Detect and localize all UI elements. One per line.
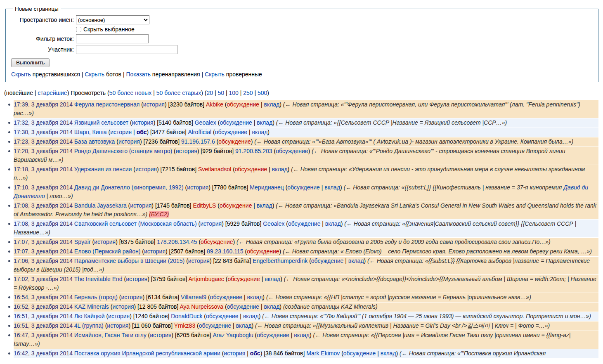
user-link[interactable]: Svetlanadsol (198, 166, 231, 173)
page-title-link[interactable]: KAZ Minerals (74, 303, 109, 310)
submit-button[interactable]: Выполнить (11, 58, 50, 67)
user-link[interactable]: 91.196.157.6 (181, 138, 215, 145)
talk-link[interactable]: обсуждение (287, 184, 319, 191)
page-title-link[interactable]: Ферула перистонервная (74, 101, 140, 108)
user-link[interactable]: Yrnkz83 (174, 322, 195, 329)
talk-link[interactable]: обсуждение (288, 220, 320, 227)
contribs-link[interactable]: вклад (324, 184, 340, 191)
page-title-link[interactable]: Поставка оружия Ирландской республиканск… (74, 350, 220, 357)
page-title-link[interactable]: Парламентские выборы в Швеции (2015) (74, 258, 184, 264)
nav-link[interactable]: 50 более новых (109, 90, 152, 96)
history-link[interactable]: история (200, 220, 222, 227)
talk-link[interactable]: обсуждение (220, 202, 252, 209)
talk-link[interactable]: обсуждение (206, 313, 238, 319)
nav-link[interactable]: 250 (243, 90, 253, 96)
contribs-link[interactable]: вклад (252, 129, 268, 135)
history-link[interactable]: история (110, 129, 132, 135)
contribs-link[interactable]: вклад (381, 350, 396, 357)
page-title-link[interactable]: Рондо Дашиньскего (станция метро) (74, 148, 172, 154)
page-title-link[interactable]: Удержания из пенсии (74, 166, 132, 173)
user-link[interactable]: 91.200.65.203 (235, 148, 272, 154)
contribs-link[interactable]: вклад (243, 313, 259, 319)
page-title-link[interactable]: 4L (группа) (74, 322, 104, 329)
hide-selected-checkbox[interactable] (76, 27, 81, 32)
talk-link[interactable]: обсуждение (247, 248, 279, 255)
nav-link[interactable]: 500 (258, 90, 267, 96)
history-link[interactable]: история (112, 303, 134, 310)
page-title-link[interactable]: Лю Кайцюй (74, 313, 105, 319)
talk-link[interactable]: обсуждение (227, 276, 260, 282)
talk-link[interactable]: обсуждение (276, 148, 308, 154)
talk-link[interactable]: обсуждение (343, 350, 376, 357)
history-link[interactable]: история (143, 101, 165, 108)
history-link[interactable]: история (118, 138, 140, 145)
contribs-link[interactable]: вклад (348, 258, 364, 264)
user-link[interactable]: Mark Ekimov (306, 350, 340, 357)
contribs-link[interactable]: вклад (257, 119, 272, 126)
user-input[interactable] (76, 45, 177, 54)
talk-link[interactable]: обсуждение (201, 239, 233, 245)
page-title-link[interactable]: Язвицкий сельсовет (74, 119, 128, 126)
history-link[interactable]: история (176, 148, 197, 154)
user-link[interactable]: Artjombugaec (188, 276, 224, 282)
page-title-link[interactable]: Елово (Пермский район) (74, 248, 141, 255)
history-link[interactable]: история (132, 119, 154, 126)
user-link[interactable]: DonaldDuck (171, 313, 202, 319)
page-title-link[interactable]: Bandula Jayasekara (74, 202, 127, 209)
history-link[interactable]: история (130, 202, 151, 209)
history-link[interactable]: история (224, 350, 245, 357)
page-title-link[interactable]: База автозвука (74, 138, 115, 145)
history-link[interactable]: история (135, 166, 157, 173)
page-title-link[interactable]: Spyair (74, 239, 91, 245)
page-title-link[interactable]: Берналь (город) (74, 294, 118, 300)
talk-shortcut-link[interactable]: обс (250, 350, 260, 357)
talk-link[interactable]: обсуждение (235, 166, 267, 173)
contribs-link[interactable]: вклад (272, 166, 288, 173)
nav-link[interactable]: 50 более старых (156, 90, 201, 96)
user-link[interactable]: 89.23.160.115 (207, 248, 244, 255)
history-link[interactable]: история (187, 184, 208, 191)
history-link[interactable]: история (188, 258, 210, 264)
user-link[interactable]: 178.206.134.45 (157, 239, 197, 245)
talk-link[interactable]: обсуждение (257, 332, 289, 338)
page-title-link[interactable]: Шарп, Киша (74, 129, 107, 135)
user-link[interactable]: Akbike (206, 101, 223, 108)
contribs-link[interactable]: вклад (264, 101, 279, 108)
contribs-link[interactable]: вклад (247, 294, 263, 300)
talk-link[interactable]: обсуждение (311, 258, 343, 264)
toggle-link[interactable]: Скрыть (85, 71, 104, 78)
namespace-select[interactable]: (основное) (76, 15, 149, 24)
history-link[interactable]: история (107, 322, 128, 329)
nav-link[interactable]: 100 (229, 90, 238, 96)
history-link[interactable]: история (121, 294, 142, 300)
talk-link[interactable]: обсуждение (210, 294, 242, 300)
talk-link[interactable]: обсуждение (227, 303, 259, 310)
user-link[interactable]: Geoalex (195, 119, 216, 126)
user-link[interactable]: Alrofficial (188, 129, 212, 135)
toggle-link[interactable]: Скрыть (11, 71, 31, 78)
page-title-link[interactable]: Давид ди Донателло (кинопремия, 1992) (74, 184, 184, 191)
tag-filter-input[interactable] (76, 34, 149, 43)
talk-link[interactable]: обсуждение (199, 322, 231, 329)
user-link[interactable]: Engelberthumperdink (253, 258, 307, 264)
page-title-link[interactable]: The Inevitable End (74, 276, 123, 282)
user-link[interactable]: Villarreal9 (181, 294, 206, 300)
talk-shortcut-link[interactable]: обс (137, 129, 147, 135)
speedy-deletion-tag[interactable]: (БУ:С2) (149, 211, 169, 217)
page-title-link[interactable]: Сватковский сельсовет (Московская област… (74, 220, 197, 227)
page-title-link[interactable]: Исмайлов, Гасан Таги оглу (74, 332, 147, 338)
history-link[interactable]: история (94, 239, 116, 245)
history-link[interactable]: история (126, 276, 147, 282)
talk-link[interactable]: обсуждение (218, 138, 251, 145)
contribs-link[interactable]: вклад (294, 332, 310, 338)
history-link[interactable]: история (144, 248, 166, 255)
contribs-link[interactable]: вклад (257, 202, 272, 209)
nav-link[interactable]: 20 (206, 90, 213, 96)
history-link[interactable]: история (108, 313, 130, 319)
nav-link[interactable]: 50 (218, 90, 224, 96)
toggle-link[interactable]: Скрыть (205, 71, 225, 78)
history-link[interactable]: история (150, 332, 171, 338)
user-link[interactable]: Меридианец (250, 184, 284, 191)
contribs-link[interactable]: вклад (236, 322, 252, 329)
talk-link[interactable]: обсуждение (220, 119, 252, 126)
